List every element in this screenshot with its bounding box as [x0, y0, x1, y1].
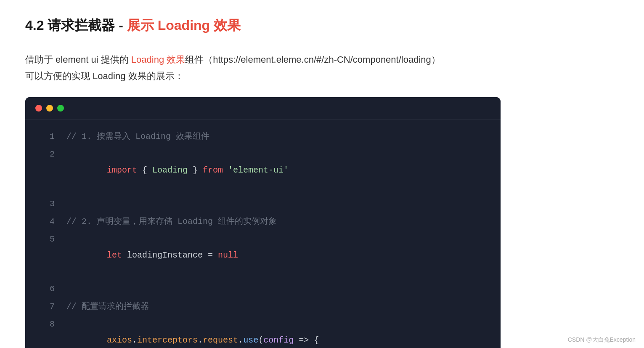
- interceptors-text: interceptors: [137, 335, 198, 345]
- line-number: 8: [38, 316, 55, 332]
- let-keyword: let: [107, 250, 127, 260]
- code-body: 1 // 1. 按需导入 Loading 效果组件 2 import { Loa…: [25, 120, 501, 348]
- line-number: 7: [38, 299, 55, 315]
- code-line: 2 import { Loading } from 'element-ui': [25, 146, 501, 195]
- line-number: 2: [38, 146, 55, 162]
- desc-part1: 借助于 element ui 提供的: [25, 54, 131, 65]
- line-content: // 2. 声明变量，用来存储 Loading 组件的实例对象: [66, 214, 277, 230]
- brace-close: }: [188, 165, 198, 175]
- watermark: CSDN @大白兔Exception: [568, 336, 636, 344]
- title-prefix: 4.2 请求拦截器 -: [25, 18, 127, 33]
- description: 借助于 element ui 提供的 Loading 效果组件（https://…: [25, 51, 619, 85]
- arrow: => {: [294, 335, 319, 345]
- dot3: .: [238, 335, 243, 345]
- paren-open: (: [258, 335, 263, 345]
- code-line: 1 // 1. 按需导入 Loading 效果组件: [25, 128, 501, 146]
- line-content: // 1. 按需导入 Loading 效果组件: [66, 129, 209, 145]
- page-title: 4.2 请求拦截器 - 展示 Loading 效果: [25, 17, 619, 35]
- axios-text: axios: [107, 335, 132, 345]
- desc-part2: 组件（https://element.eleme.cn/#/zh-CN/comp…: [185, 54, 440, 65]
- line-content: // 配置请求的拦截器: [66, 299, 149, 315]
- line-number: 1: [38, 129, 55, 145]
- let-var: loadingInstance: [127, 250, 203, 260]
- from-keyword: from: [198, 165, 228, 175]
- dot1: .: [132, 335, 137, 345]
- line-number: 4: [38, 214, 55, 230]
- code-line: 7 // 配置请求的拦截器: [25, 298, 501, 316]
- line-content: let loadingInstance = null: [66, 231, 238, 279]
- line-content: import { Loading } from 'element-ui': [66, 146, 289, 194]
- line-number: 6: [38, 281, 55, 297]
- code-header: [25, 97, 501, 120]
- line-content: axios.interceptors.request.use(config =>…: [66, 316, 319, 348]
- title-highlight: 展示 Loading 效果: [127, 18, 241, 33]
- desc-loading: Loading 效果: [131, 54, 185, 65]
- let-assign: =: [203, 250, 218, 260]
- line-number: 5: [38, 231, 55, 247]
- code-line: 5 let loadingInstance = null: [25, 231, 501, 280]
- class-loading: Loading: [152, 165, 188, 175]
- config-param: config: [263, 335, 294, 345]
- dot-yellow: [46, 105, 53, 112]
- line-number: 3: [38, 196, 55, 212]
- keyword-import: import: [107, 165, 137, 175]
- dot-green: [57, 105, 64, 112]
- code-line: 4 // 2. 声明变量，用来存储 Loading 组件的实例对象: [25, 213, 501, 231]
- request-text: request: [203, 335, 238, 345]
- code-block: 1 // 1. 按需导入 Loading 效果组件 2 import { Loa…: [25, 97, 501, 348]
- brace-open: {: [137, 165, 152, 175]
- code-line: 3: [25, 195, 501, 213]
- dot-red: [35, 105, 42, 112]
- code-line: 8 axios.interceptors.request.use(config …: [25, 316, 501, 348]
- null-keyword: null: [218, 250, 238, 260]
- desc-part3: 可以方便的实现 Loading 效果的展示：: [25, 71, 184, 81]
- code-line: 6: [25, 280, 501, 298]
- use-text: use: [243, 335, 258, 345]
- dot2: .: [198, 335, 203, 345]
- import-string: 'element-ui': [228, 165, 289, 175]
